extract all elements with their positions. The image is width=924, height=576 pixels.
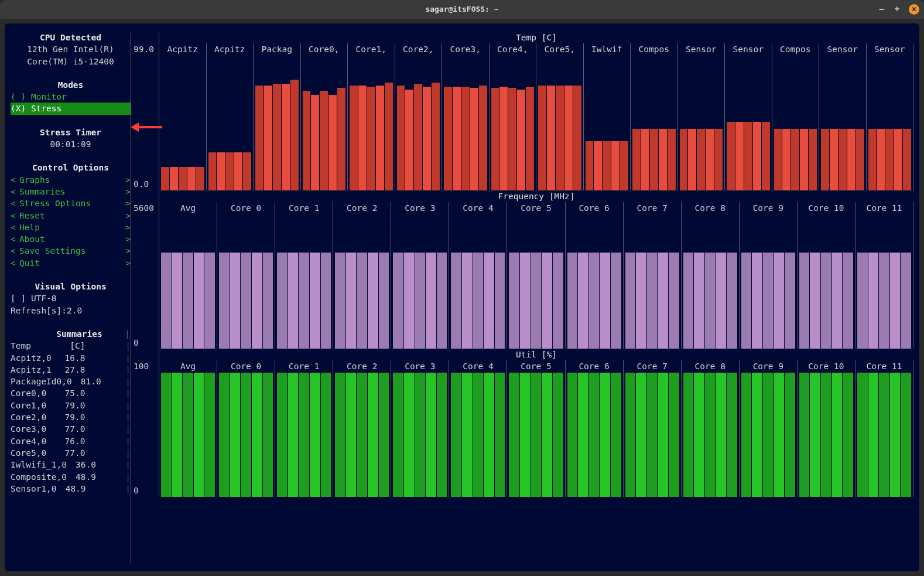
freq-axis-bot: 0 (134, 337, 139, 349)
freq-chart-title: Frequency [MHz] (159, 190, 913, 202)
chart-bar (542, 253, 552, 349)
chart-bar (774, 253, 785, 349)
chart-bar-group (442, 56, 490, 190)
chart-bar (669, 373, 679, 497)
chart-bar (857, 373, 868, 497)
summary-sensor-value: 75.0 (56, 387, 85, 399)
chart-column-header: Core1, (348, 43, 395, 55)
terminal-window: CPU Detected 12th Gen Intel(R) Core(TM) … (5, 23, 919, 571)
chart-bar (688, 129, 696, 190)
control-option-help[interactable]: <Help> (11, 221, 131, 233)
chart-bar (856, 129, 864, 190)
chart-bar (179, 167, 187, 190)
summary-sensor-name: Acpitz,0 (11, 352, 56, 364)
utf8-toggle[interactable]: [ ] UTF-8 (11, 292, 131, 304)
chart-column-header: Core2, (395, 43, 443, 55)
chart-bar (426, 373, 436, 497)
chart-bar (310, 373, 320, 497)
chart-bar (462, 373, 473, 497)
chart-bar (346, 373, 357, 497)
chart-bar (611, 141, 620, 190)
chart-bar (183, 373, 193, 497)
refresh-rate[interactable]: Refresh[s]:2.0 (11, 305, 131, 316)
minimize-icon[interactable]: – (878, 6, 885, 13)
chart-column-header: Core 10 (798, 202, 855, 214)
temp-axis-bot: 0.0 (134, 178, 149, 190)
chart-column-header: Core 5 (507, 202, 565, 214)
maximize-icon[interactable]: + (894, 6, 901, 13)
chart-bar (263, 253, 273, 349)
chart-bar (462, 253, 473, 349)
chart-bar (832, 253, 843, 349)
chart-bar (753, 122, 761, 190)
chart-bar-group (624, 373, 682, 497)
summary-sensor-value: 77.0 (56, 423, 85, 435)
chart-bar (252, 253, 262, 349)
chart-bar (499, 87, 508, 190)
chart-column-header: Sensor (678, 43, 725, 55)
control-option-save-settings[interactable]: <Save Settings> (11, 245, 131, 257)
temp-axis-top: 99.0 (134, 45, 154, 54)
chart-bar (376, 86, 384, 190)
chart-bar (337, 88, 345, 190)
chart-bar (636, 373, 646, 497)
chart-bar (603, 141, 611, 190)
chart-column-header: Core 7 (624, 202, 682, 214)
chart-bar (868, 129, 877, 190)
control-option-about[interactable]: <About> (11, 233, 131, 245)
cpu-name-line2: Core(TM) i5-12400 (11, 56, 131, 67)
window-controls: – + × (878, 4, 919, 15)
chart-bar (821, 373, 831, 497)
control-option-quit[interactable]: <Quit> (11, 257, 131, 269)
chart-bar (538, 86, 546, 190)
chart-bar-group (507, 214, 565, 349)
chart-bar (161, 373, 172, 497)
chart-bar (397, 86, 405, 190)
stress-timer-header: Stress Timer (11, 127, 131, 138)
chart-bar (879, 373, 889, 497)
control-option-stress-options[interactable]: <Stress Options> (11, 197, 131, 209)
control-option-graphs[interactable]: <Graphs> (11, 174, 131, 186)
summary-sensor-name: Core0,0 (11, 387, 56, 399)
chart-bar (727, 253, 737, 349)
chart-bar (520, 253, 531, 349)
mode-monitor[interactable]: ( ) Monitor (11, 91, 131, 103)
chart-bar (885, 129, 894, 190)
chart-bar-group (867, 56, 914, 190)
chart-column-header: Core 2 (333, 202, 391, 214)
mode-stress[interactable]: (X) Stress (11, 103, 131, 114)
window-title: sagar@itsFOSS: ~ (425, 4, 498, 15)
summary-sensor-value: 76.0 (56, 435, 85, 447)
chart-bar (578, 253, 588, 349)
control-option-reset[interactable]: <Reset> (11, 210, 131, 221)
summary-sensor-name: Core1,0 (11, 400, 56, 411)
chart-bar (204, 373, 215, 497)
chart-bar (208, 152, 217, 190)
summary-sensor-value: 79.0 (56, 400, 85, 411)
chart-bar (196, 167, 204, 190)
chart-bar (868, 253, 879, 349)
chart-bar-group (536, 56, 584, 190)
control-option-summaries[interactable]: <Summaries> (11, 186, 131, 197)
summary-row: Core2,079.0| (11, 411, 131, 423)
chart-bar-group (490, 56, 537, 190)
chart-bar (241, 373, 251, 497)
chart-bar (877, 129, 885, 190)
chart-bar (727, 122, 735, 190)
chart-bar-group (772, 56, 820, 190)
chart-bar (890, 253, 901, 349)
chart-bar (335, 253, 345, 349)
summaries-header: Summaries (11, 328, 125, 340)
chart-column-header: Core 8 (682, 360, 740, 372)
chart-column-header: Core 7 (624, 360, 682, 372)
chart-bar (600, 373, 610, 497)
close-icon[interactable]: × (909, 4, 919, 15)
chart-bar-group (566, 373, 624, 497)
chart-bar (727, 373, 737, 497)
chart-bar (423, 87, 431, 190)
chart-bar-group (207, 56, 254, 190)
chart-bar (161, 167, 169, 190)
summary-row: Core5,077.0| (11, 447, 131, 459)
chart-bar (470, 88, 478, 190)
chart-bar (320, 91, 328, 190)
